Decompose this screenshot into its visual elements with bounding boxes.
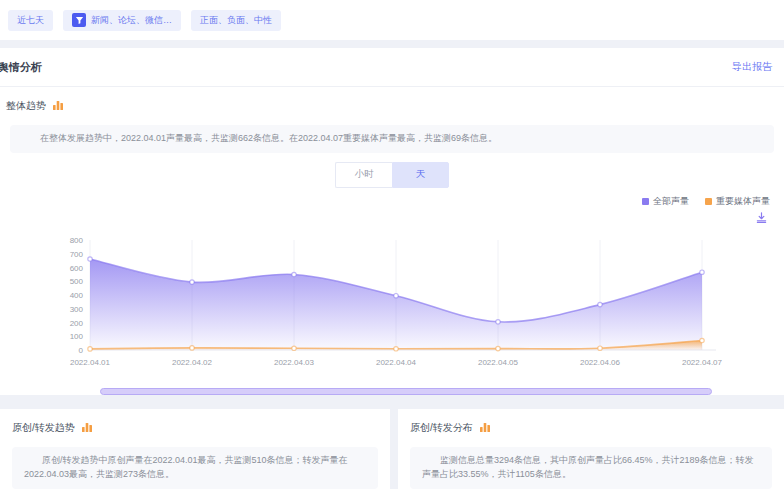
chart-legend: 全部声量 重要媒体声量 [0,192,784,208]
svg-text:200: 200 [70,318,84,327]
toggle-day-button[interactable]: 天 [392,162,449,188]
page-title: 舆情分析 [0,60,42,75]
legend-swatch-purple [642,198,649,205]
svg-text:500: 500 [70,277,84,286]
original-repost-distribution-summary: 监测信息总量3294条信息，其中原创声量占比66.45%，共计2189条信息；转… [410,447,772,489]
bar-chart-icon [81,419,93,437]
time-range-label: 近七天 [17,14,44,27]
trend-area-chart: 01002003004005006007008002022.04.012022.… [10,228,774,372]
legend-swatch-orange [705,198,712,205]
legend-label-media-volume: 重要媒体声量 [716,195,770,208]
svg-text:2022.04.07: 2022.04.07 [682,358,723,367]
svg-text:2022.04.05: 2022.04.05 [478,358,519,367]
trend-chart-container: 01002003004005006007008002022.04.012022.… [10,228,774,395]
time-range-chip[interactable]: 近七天 [8,10,53,31]
svg-text:100: 100 [70,332,84,341]
bar-chart-icon [479,419,491,437]
svg-text:2022.04.01: 2022.04.01 [70,358,111,367]
toggle-hour-button[interactable]: 小时 [335,162,392,188]
svg-text:300: 300 [70,305,84,314]
original-repost-distribution-title: 原创/转发分布 [410,421,473,435]
granularity-toggle: 小时 天 [0,162,784,188]
sentiment-filter-label: 正面、负面、中性 [200,14,272,27]
legend-label-total-volume: 全部声量 [653,195,689,208]
panel-header: 舆情分析 导出报告 [0,48,784,87]
original-repost-distribution-header: 原创/转发分布 [410,419,772,437]
original-repost-trend-card: 原创/转发趋势 原创/转发趋势中原创声量在2022.04.01最高，共监测510… [0,409,390,489]
svg-text:800: 800 [70,236,84,245]
analysis-panel: 舆情分析 导出报告 整体趋势 在整体发展趋势中，2022.04.01声量最高，共… [0,48,784,395]
bar-chart-icon [52,97,64,115]
svg-text:2022.04.02: 2022.04.02 [172,358,213,367]
overall-trend-title: 整体趋势 [6,99,46,113]
original-repost-distribution-card: 原创/转发分布 监测信息总量3294条信息，其中原创声量占比66.45%，共计2… [398,409,784,489]
bottom-cards: 原创/转发趋势 原创/转发趋势中原创声量在2022.04.01最高，共监测510… [0,409,784,489]
svg-text:2022.04.06: 2022.04.06 [580,358,621,367]
sentiment-filter-chip[interactable]: 正面、负面、中性 [191,10,281,31]
svg-text:2022.04.04: 2022.04.04 [376,358,417,367]
svg-text:0: 0 [79,346,84,355]
svg-text:700: 700 [70,250,84,259]
chart-toolbar [0,208,784,228]
chart-zoom-slider[interactable] [100,388,712,395]
export-report-link[interactable]: 导出报告 [732,60,772,74]
source-filter-icon [72,13,86,27]
filter-bar: 近七天 新闻、论坛、微信… 正面、负面、中性 [0,0,784,40]
original-repost-trend-header: 原创/转发趋势 [12,419,378,437]
original-repost-trend-title: 原创/转发趋势 [12,421,75,435]
svg-text:600: 600 [70,263,84,272]
legend-item-total-volume[interactable]: 全部声量 [642,195,689,208]
legend-item-media-volume[interactable]: 重要媒体声量 [705,195,770,208]
source-filter-label: 新闻、论坛、微信… [91,14,172,27]
overall-trend-summary: 在整体发展趋势中，2022.04.01声量最高，共监测662条信息。在2022.… [10,125,774,153]
download-chart-icon[interactable] [755,210,768,228]
overall-trend-section-header: 整体趋势 [0,87,784,119]
source-filter-chip[interactable]: 新闻、论坛、微信… [63,10,181,31]
svg-text:2022.04.03: 2022.04.03 [274,358,315,367]
svg-text:400: 400 [70,291,84,300]
original-repost-trend-summary: 原创/转发趋势中原创声量在2022.04.01最高，共监测510条信息；转发声量… [12,447,378,489]
